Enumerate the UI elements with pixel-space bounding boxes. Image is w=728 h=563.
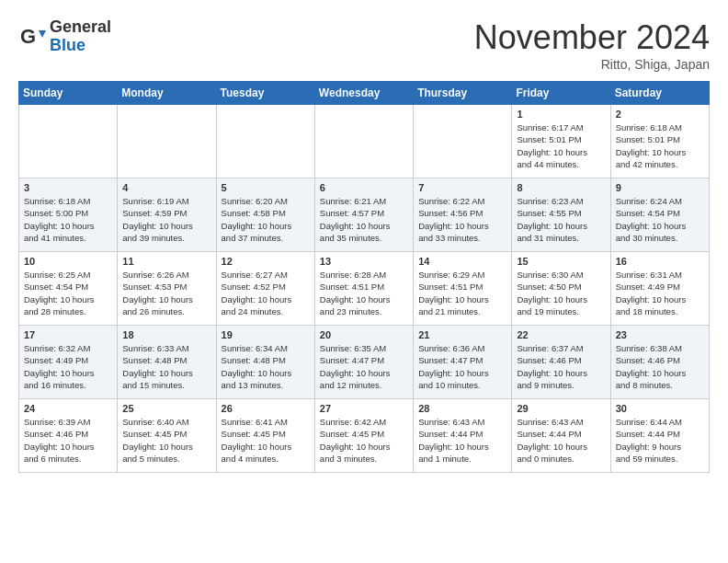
day-number: 10 [24, 256, 112, 267]
day-number: 16 [616, 256, 704, 267]
calendar-cell [19, 105, 118, 178]
day-number: 14 [418, 256, 506, 267]
day-number: 8 [517, 182, 605, 193]
logo-icon: G [18, 23, 46, 51]
day-number: 29 [517, 403, 605, 414]
calendar-cell: 16Sunrise: 6:31 AM Sunset: 4:49 PM Dayli… [610, 252, 709, 326]
calendar-cell: 30Sunrise: 6:44 AM Sunset: 4:44 PM Dayli… [610, 399, 709, 473]
day-info: Sunrise: 6:24 AM Sunset: 4:54 PM Dayligh… [616, 195, 704, 244]
day-number: 30 [616, 403, 704, 414]
month-title: November 2024 [474, 18, 710, 57]
calendar-cell: 6Sunrise: 6:21 AM Sunset: 4:57 PM Daylig… [314, 178, 413, 252]
day-number: 11 [122, 256, 210, 267]
day-info: Sunrise: 6:41 AM Sunset: 4:45 PM Dayligh… [222, 416, 310, 465]
calendar-header-row: SundayMondayTuesdayWednesdayThursdayFrid… [19, 82, 710, 105]
calendar-cell: 9Sunrise: 6:24 AM Sunset: 4:54 PM Daylig… [610, 178, 709, 252]
calendar-cell: 2Sunrise: 6:18 AM Sunset: 5:01 PM Daylig… [610, 105, 709, 178]
day-info: Sunrise: 6:22 AM Sunset: 4:56 PM Dayligh… [418, 195, 506, 244]
calendar-cell: 7Sunrise: 6:22 AM Sunset: 4:56 PM Daylig… [414, 178, 512, 252]
day-info: Sunrise: 6:21 AM Sunset: 4:57 PM Dayligh… [320, 195, 408, 244]
calendar-cell: 28Sunrise: 6:43 AM Sunset: 4:44 PM Dayli… [414, 399, 512, 473]
day-number: 19 [222, 329, 310, 340]
day-number: 18 [122, 329, 210, 340]
svg-text:G: G [20, 25, 36, 48]
day-info: Sunrise: 6:29 AM Sunset: 4:51 PM Dayligh… [418, 269, 506, 317]
calendar-cell: 19Sunrise: 6:34 AM Sunset: 4:48 PM Dayli… [216, 326, 314, 399]
calendar-cell: 13Sunrise: 6:28 AM Sunset: 4:51 PM Dayli… [314, 252, 413, 326]
page-header: G General Blue November 2024 Ritto, Shig… [18, 18, 710, 72]
calendar-cell: 27Sunrise: 6:42 AM Sunset: 4:45 PM Dayli… [314, 399, 413, 473]
location-text: Ritto, Shiga, Japan [474, 57, 710, 72]
day-info: Sunrise: 6:44 AM Sunset: 4:44 PM Dayligh… [616, 416, 704, 465]
calendar-cell: 29Sunrise: 6:43 AM Sunset: 4:44 PM Dayli… [512, 399, 610, 473]
day-info: Sunrise: 6:20 AM Sunset: 4:58 PM Dayligh… [222, 195, 310, 244]
day-number: 28 [418, 403, 506, 414]
svg-marker-1 [39, 30, 46, 38]
day-number: 7 [418, 182, 506, 193]
calendar-cell: 4Sunrise: 6:19 AM Sunset: 4:59 PM Daylig… [118, 178, 216, 252]
day-info: Sunrise: 6:27 AM Sunset: 4:52 PM Dayligh… [222, 269, 310, 317]
day-number: 26 [222, 403, 310, 414]
day-number: 13 [320, 256, 408, 267]
calendar-cell: 18Sunrise: 6:33 AM Sunset: 4:48 PM Dayli… [118, 326, 216, 399]
calendar-cell: 1Sunrise: 6:17 AM Sunset: 5:01 PM Daylig… [512, 105, 610, 178]
day-info: Sunrise: 6:33 AM Sunset: 4:48 PM Dayligh… [122, 342, 210, 391]
day-info: Sunrise: 6:32 AM Sunset: 4:49 PM Dayligh… [24, 342, 112, 391]
calendar-cell [216, 105, 314, 178]
weekday-header-wednesday: Wednesday [314, 82, 413, 105]
day-number: 4 [122, 182, 210, 193]
logo-general-text: General [50, 18, 111, 37]
day-number: 3 [24, 182, 112, 193]
day-info: Sunrise: 6:35 AM Sunset: 4:47 PM Dayligh… [320, 342, 408, 391]
calendar-cell: 12Sunrise: 6:27 AM Sunset: 4:52 PM Dayli… [216, 252, 314, 326]
day-info: Sunrise: 6:42 AM Sunset: 4:45 PM Dayligh… [320, 416, 408, 465]
calendar-cell: 26Sunrise: 6:41 AM Sunset: 4:45 PM Dayli… [216, 399, 314, 473]
day-info: Sunrise: 6:23 AM Sunset: 4:55 PM Dayligh… [517, 195, 605, 244]
calendar-cell: 23Sunrise: 6:38 AM Sunset: 4:46 PM Dayli… [610, 326, 709, 399]
day-info: Sunrise: 6:18 AM Sunset: 5:00 PM Dayligh… [24, 195, 112, 244]
day-info: Sunrise: 6:43 AM Sunset: 4:44 PM Dayligh… [517, 416, 605, 465]
calendar-cell: 17Sunrise: 6:32 AM Sunset: 4:49 PM Dayli… [19, 326, 118, 399]
day-info: Sunrise: 6:19 AM Sunset: 4:59 PM Dayligh… [122, 195, 210, 244]
calendar-week-row: 10Sunrise: 6:25 AM Sunset: 4:54 PM Dayli… [19, 252, 710, 326]
day-number: 21 [418, 329, 506, 340]
day-info: Sunrise: 6:26 AM Sunset: 4:53 PM Dayligh… [122, 269, 210, 317]
calendar-cell: 22Sunrise: 6:37 AM Sunset: 4:46 PM Dayli… [512, 326, 610, 399]
calendar-cell: 24Sunrise: 6:39 AM Sunset: 4:46 PM Dayli… [19, 399, 118, 473]
day-number: 24 [24, 403, 112, 414]
day-number: 6 [320, 182, 408, 193]
weekday-header-monday: Monday [118, 82, 216, 105]
calendar-cell: 11Sunrise: 6:26 AM Sunset: 4:53 PM Dayli… [118, 252, 216, 326]
day-number: 5 [222, 182, 310, 193]
day-info: Sunrise: 6:34 AM Sunset: 4:48 PM Dayligh… [222, 342, 310, 391]
day-info: Sunrise: 6:43 AM Sunset: 4:44 PM Dayligh… [418, 416, 506, 465]
calendar-cell: 25Sunrise: 6:40 AM Sunset: 4:45 PM Dayli… [118, 399, 216, 473]
day-info: Sunrise: 6:28 AM Sunset: 4:51 PM Dayligh… [320, 269, 408, 317]
weekday-header-saturday: Saturday [610, 82, 709, 105]
calendar-cell [314, 105, 413, 178]
calendar-cell: 3Sunrise: 6:18 AM Sunset: 5:00 PM Daylig… [19, 178, 118, 252]
calendar-cell: 21Sunrise: 6:36 AM Sunset: 4:47 PM Dayli… [414, 326, 512, 399]
day-info: Sunrise: 6:39 AM Sunset: 4:46 PM Dayligh… [24, 416, 112, 465]
day-info: Sunrise: 6:17 AM Sunset: 5:01 PM Dayligh… [517, 121, 605, 170]
day-number: 17 [24, 329, 112, 340]
weekday-header-sunday: Sunday [19, 82, 118, 105]
day-number: 25 [122, 403, 210, 414]
calendar-week-row: 1Sunrise: 6:17 AM Sunset: 5:01 PM Daylig… [19, 105, 710, 178]
day-info: Sunrise: 6:31 AM Sunset: 4:49 PM Dayligh… [616, 269, 704, 317]
day-number: 9 [616, 182, 704, 193]
day-number: 1 [517, 109, 605, 120]
logo: G General Blue [18, 18, 111, 55]
calendar-cell [414, 105, 512, 178]
day-number: 23 [616, 329, 704, 340]
calendar-table: SundayMondayTuesdayWednesdayThursdayFrid… [18, 81, 710, 473]
day-info: Sunrise: 6:18 AM Sunset: 5:01 PM Dayligh… [616, 121, 704, 170]
calendar-week-row: 17Sunrise: 6:32 AM Sunset: 4:49 PM Dayli… [19, 326, 710, 399]
day-info: Sunrise: 6:25 AM Sunset: 4:54 PM Dayligh… [24, 269, 112, 317]
calendar-body: 1Sunrise: 6:17 AM Sunset: 5:01 PM Daylig… [19, 105, 710, 473]
day-number: 27 [320, 403, 408, 414]
calendar-week-row: 24Sunrise: 6:39 AM Sunset: 4:46 PM Dayli… [19, 399, 710, 473]
calendar-cell: 8Sunrise: 6:23 AM Sunset: 4:55 PM Daylig… [512, 178, 610, 252]
day-number: 20 [320, 329, 408, 340]
day-info: Sunrise: 6:38 AM Sunset: 4:46 PM Dayligh… [616, 342, 704, 391]
